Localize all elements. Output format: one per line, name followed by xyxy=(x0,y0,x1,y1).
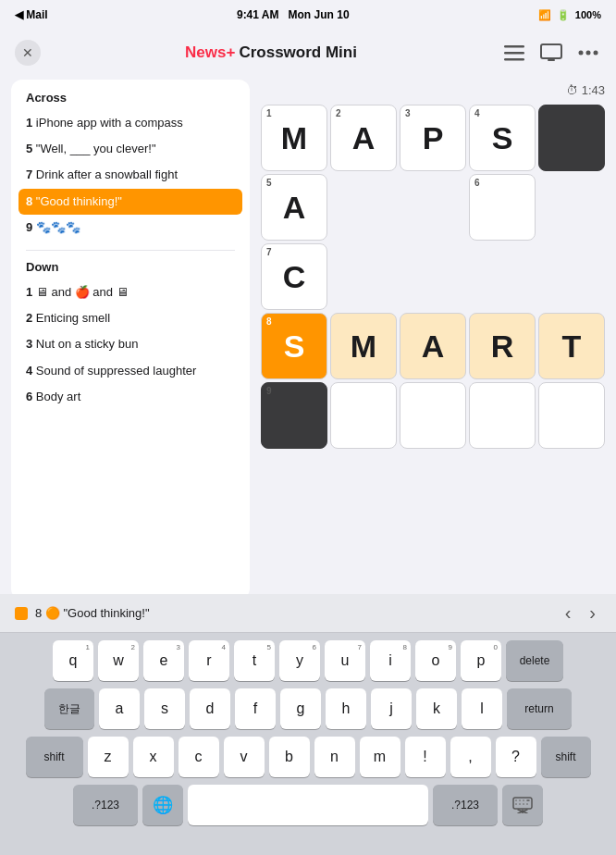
clues-panel: Across 1 iPhone app with a compass 5 "We… xyxy=(11,80,250,600)
emoji-key[interactable]: 🌐 xyxy=(142,785,183,825)
cell-3-1[interactable]: M xyxy=(330,313,397,379)
svg-point-7 xyxy=(593,51,598,56)
key-i[interactable]: 8i xyxy=(370,640,411,681)
shift-left-key[interactable]: shift xyxy=(26,737,83,777)
key-z[interactable]: z xyxy=(88,737,129,777)
main-content: Across 1 iPhone app with a compass 5 "We… xyxy=(0,76,616,603)
cell-0-1[interactable]: 2A xyxy=(330,105,397,171)
timer-icon: ⏱ xyxy=(566,83,578,97)
cell-4-3[interactable] xyxy=(469,382,536,449)
cell-0-0[interactable]: 1M xyxy=(261,105,327,171)
key-f[interactable]: f xyxy=(235,688,276,729)
key-x[interactable]: x xyxy=(133,737,174,777)
key-comma[interactable]: , xyxy=(450,737,491,777)
key-k[interactable]: k xyxy=(416,688,457,729)
key-s[interactable]: s xyxy=(144,688,185,729)
cell-0-3[interactable]: 4S xyxy=(469,105,536,171)
clue-down-2[interactable]: 2 Enticing smell xyxy=(26,305,235,331)
key-o[interactable]: 9o xyxy=(415,640,456,681)
cell-2-2[interactable] xyxy=(400,243,466,310)
keyboard-rows: 1q 2w 3e 4r 5t 6y 7u 8i 9o 0p delete 한글 … xyxy=(0,633,616,836)
close-button[interactable]: ✕ xyxy=(15,40,41,66)
cell-2-3[interactable] xyxy=(469,243,536,310)
nav-bar: ✕ News+ Crossword Mini xyxy=(0,30,616,76)
svg-point-6 xyxy=(585,51,590,56)
key-e[interactable]: 3e xyxy=(143,640,184,681)
down-title: Down xyxy=(26,260,235,274)
key-p[interactable]: 0p xyxy=(461,640,501,681)
cell-4-0[interactable]: 9 xyxy=(261,382,327,449)
list-icon[interactable] xyxy=(501,40,527,66)
crossword-grid[interactable]: 1M2A3P4S5A67C8SMART9 xyxy=(261,105,605,449)
cell-2-1[interactable] xyxy=(330,243,397,310)
brand-apple: News+ xyxy=(185,43,235,62)
clue-down-4[interactable]: 4 Sound of suppressed laughter xyxy=(26,358,235,384)
cell-1-4[interactable] xyxy=(538,174,605,241)
key-q[interactable]: 1q xyxy=(53,640,93,681)
key-w[interactable]: 2w xyxy=(98,640,139,681)
key-r[interactable]: 4r xyxy=(189,640,229,681)
next-clue-button[interactable]: › xyxy=(584,601,601,626)
key-d[interactable]: d xyxy=(190,688,230,729)
cell-0-4[interactable] xyxy=(538,105,605,171)
key-exclaim[interactable]: ! xyxy=(405,737,446,777)
clue-across-8[interactable]: 8 "Good thinking!" xyxy=(18,189,242,215)
svg-rect-1 xyxy=(504,52,524,55)
key-l[interactable]: l xyxy=(462,688,502,729)
numbers-right-key[interactable]: .?123 xyxy=(433,785,498,825)
key-h[interactable]: h xyxy=(326,688,366,729)
svg-point-5 xyxy=(578,51,583,56)
shift-right-key[interactable]: shift xyxy=(541,737,591,777)
svg-rect-4 xyxy=(548,59,555,61)
cell-1-1[interactable] xyxy=(330,174,397,241)
key-b[interactable]: b xyxy=(269,737,310,777)
key-m[interactable]: m xyxy=(360,737,400,777)
cell-4-4[interactable] xyxy=(538,382,605,449)
key-g[interactable]: g xyxy=(280,688,321,729)
keyboard-hide-key[interactable] xyxy=(502,785,543,825)
cell-3-4[interactable]: T xyxy=(538,313,605,379)
cell-0-2[interactable]: 3P xyxy=(400,105,466,171)
clue-nav: ‹ › xyxy=(560,601,601,626)
cell-3-2[interactable]: A xyxy=(400,313,466,379)
cell-2-0[interactable]: 7C xyxy=(261,243,327,310)
clue-across-9[interactable]: 9 🐾🐾🐾 xyxy=(26,215,235,241)
cell-4-2[interactable] xyxy=(400,382,466,449)
status-left: ◀ Mail xyxy=(15,8,48,21)
key-y[interactable]: 6y xyxy=(279,640,320,681)
cell-3-0[interactable]: 8S xyxy=(261,313,327,379)
numbers-left-key[interactable]: .?123 xyxy=(73,785,138,825)
cell-1-2[interactable] xyxy=(400,174,466,241)
key-v[interactable]: v xyxy=(224,737,265,777)
clue-down-3[interactable]: 3 Nut on a sticky bun xyxy=(26,331,235,357)
return-key[interactable]: return xyxy=(507,688,572,729)
cell-1-0[interactable]: 5A xyxy=(261,174,327,241)
delete-key[interactable]: delete xyxy=(506,640,563,681)
battery-icon: 🔋 xyxy=(557,9,570,21)
clue-bar: 8 🟠 "Good thinking!" ‹ › xyxy=(0,594,616,633)
key-n[interactable]: n xyxy=(314,737,355,777)
key-c[interactable]: c xyxy=(179,737,219,777)
clue-down-6[interactable]: 6 Body art xyxy=(26,384,235,410)
key-question[interactable]: ? xyxy=(496,737,536,777)
clue-down-1[interactable]: 1 🖥 and 🍎 and 🖥 xyxy=(26,279,235,305)
svg-rect-2 xyxy=(504,58,524,61)
key-u[interactable]: 7u xyxy=(325,640,365,681)
prev-clue-button[interactable]: ‹ xyxy=(560,601,577,626)
svg-rect-0 xyxy=(504,45,524,48)
key-t[interactable]: 5t xyxy=(234,640,275,681)
key-a[interactable]: a xyxy=(99,688,140,729)
cell-4-1[interactable] xyxy=(330,382,397,449)
cell-1-3[interactable]: 6 xyxy=(469,174,536,241)
screen-icon[interactable] xyxy=(538,40,564,66)
more-icon[interactable] xyxy=(575,40,601,66)
space-key[interactable] xyxy=(188,785,428,825)
cell-2-4[interactable] xyxy=(538,243,605,310)
grid-area: ⏱ 1:43 1M2A3P4S5A67C8SMART9 xyxy=(250,76,616,603)
clue-across-5[interactable]: 5 "Well, ___ you clever!" xyxy=(26,136,235,162)
clue-across-7[interactable]: 7 Drink after a snowball fight xyxy=(26,162,235,188)
hangul-key[interactable]: 한글 xyxy=(44,688,94,729)
clue-across-1[interactable]: 1 iPhone app with a compass xyxy=(26,110,235,136)
cell-3-3[interactable]: R xyxy=(469,313,536,379)
key-j[interactable]: j xyxy=(371,688,412,729)
